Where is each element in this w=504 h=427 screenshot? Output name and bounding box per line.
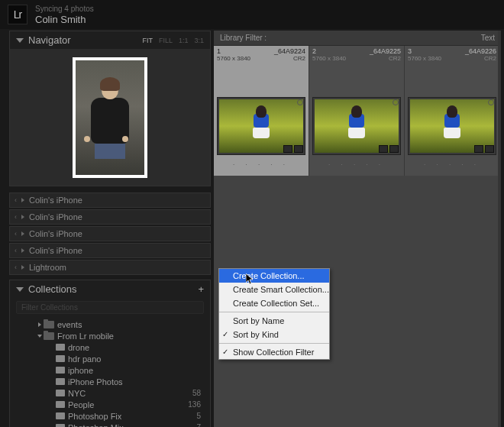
- navigator-zoom-options[interactable]: FIT FILL 1:1 3:1: [142, 37, 204, 44]
- folder-source[interactable]: ‹Colin's iPhone: [9, 243, 211, 258]
- collections-filter-row: [10, 298, 210, 317]
- collections-panel: Collections + eventsFrom Lr mobiledroneh…: [9, 280, 211, 427]
- rating-dots[interactable]: · · · · ·: [309, 158, 404, 171]
- folder-label: Colin's iPhone: [29, 212, 82, 222]
- sync-status: Syncing 4 photos: [35, 5, 94, 14]
- collections-header[interactable]: Collections +: [10, 280, 210, 298]
- tree-item-label: From Lr mobile: [57, 332, 201, 341]
- identity-plate[interactable]: Colin Smith: [35, 14, 94, 25]
- tree-item-count: 136: [188, 400, 204, 409]
- folder-source[interactable]: ‹Colin's iPhone: [9, 226, 211, 241]
- tree-item-count: 58: [192, 389, 204, 397]
- grid-cell[interactable]: 2_64A92255760 x 3840CR2· · · · ·: [309, 46, 405, 176]
- thumbnail[interactable]: [312, 97, 401, 155]
- folder-source[interactable]: ‹Colin's iPhone: [9, 192, 211, 208]
- rating-dots[interactable]: · · · · ·: [214, 158, 309, 171]
- cell-dimensions: 5760 x 3840: [408, 55, 484, 62]
- badge-icon[interactable]: [294, 145, 303, 153]
- collections-filter-input[interactable]: [16, 301, 204, 314]
- chevron-right-icon: [21, 231, 24, 236]
- folder-label: Colin's iPhone: [29, 196, 82, 205]
- menu-sort-by-name[interactable]: Sort by Name: [219, 314, 329, 328]
- library-filter-bar[interactable]: Library Filter : Text: [214, 31, 501, 46]
- rating-dots[interactable]: · · · · ·: [405, 158, 499, 171]
- tree-item-count: 5: [196, 412, 204, 420]
- preview-frame: [73, 57, 147, 178]
- library-grid: Library Filter : Text 1_64A92245760 x 38…: [214, 31, 501, 427]
- badge-icon[interactable]: [485, 145, 494, 153]
- menu-separator: [219, 343, 329, 344]
- cell-format: CR2: [484, 55, 496, 62]
- chevron-right-icon: [21, 198, 24, 202]
- cell-dimensions: 5760 x 3840: [217, 55, 293, 62]
- zoom-1-1[interactable]: 1:1: [179, 37, 189, 44]
- folder-source[interactable]: ‹Colin's iPhone: [9, 209, 211, 225]
- folder-icon: [44, 321, 54, 328]
- tree-item[interactable]: iPhone Photos: [10, 376, 210, 387]
- tree-item-label: NYC: [68, 389, 192, 398]
- badge-icon[interactable]: [283, 145, 292, 153]
- sync-status-icon: [297, 99, 303, 105]
- grid-scrollbar[interactable]: [498, 31, 501, 427]
- menu-show-collection-filter[interactable]: Show Collection Filter: [219, 345, 329, 359]
- badge-icon[interactable]: [389, 145, 399, 153]
- tree-item-label: hdr pano: [68, 354, 201, 364]
- disclosure-icon: [16, 287, 24, 292]
- sync-status-icon: [488, 99, 494, 105]
- thumbnail[interactable]: [217, 97, 305, 155]
- filter-text-toggle[interactable]: Text: [481, 34, 495, 42]
- navigator-header[interactable]: Navigator FIT FILL 1:1 3:1: [10, 31, 210, 50]
- collection-icon: [56, 355, 65, 362]
- tree-item[interactable]: hdr pano: [10, 353, 210, 364]
- collections-tree: eventsFrom Lr mobiledronehdr panoiphonei…: [10, 317, 210, 427]
- badge-icon[interactable]: [379, 145, 388, 153]
- grid-cell[interactable]: 1_64A92245760 x 3840CR2· · · · ·: [214, 46, 309, 176]
- chevron-right-icon[interactable]: [36, 322, 44, 327]
- thumb-badges: [283, 145, 303, 153]
- tree-item[interactable]: iphone: [10, 364, 210, 376]
- thumbnail[interactable]: [408, 97, 496, 155]
- chevron-icon: ‹: [15, 213, 17, 221]
- chevron-icon: ‹: [15, 247, 17, 254]
- cell-filename: _64A9225: [316, 47, 401, 55]
- navigator-preview[interactable]: [10, 50, 210, 186]
- tree-item[interactable]: People136: [10, 399, 210, 410]
- menu-sort-by-kind[interactable]: Sort by Kind: [219, 328, 329, 341]
- preview-image: [76, 60, 144, 175]
- zoom-fill[interactable]: FILL: [159, 37, 173, 44]
- filter-label: Library Filter :: [220, 34, 267, 42]
- tree-item[interactable]: events: [10, 319, 210, 330]
- folder-label: Colin's iPhone: [29, 229, 82, 238]
- menu-separator: [219, 312, 329, 312]
- chevron-right-icon: [21, 248, 24, 253]
- menu-create-collection[interactable]: Create Collection...: [219, 269, 329, 283]
- badge-icon[interactable]: [474, 145, 483, 153]
- chevron-right-icon: [21, 265, 24, 270]
- grid-cell[interactable]: 3_64A92265760 x 3840CR2· · · · ·: [405, 46, 500, 176]
- disclosure-icon: [16, 38, 24, 43]
- folder-label: Colin's iPhone: [29, 246, 82, 255]
- thumbnail-strip: 1_64A92245760 x 3840CR2· · · · ·2_64A922…: [214, 46, 501, 176]
- chevron-down-icon[interactable]: [36, 335, 44, 338]
- tree-item[interactable]: From Lr mobile: [10, 330, 210, 341]
- navigator-panel: Navigator FIT FILL 1:1 3:1: [9, 31, 211, 186]
- cell-filename: _64A9226: [412, 47, 496, 55]
- tree-item[interactable]: NYC58: [10, 387, 210, 399]
- menu-create-smart-collection[interactable]: Create Smart Collection...: [219, 283, 329, 296]
- tree-item[interactable]: Photoshop Fix5: [10, 410, 210, 422]
- zoom-fit[interactable]: FIT: [142, 37, 153, 44]
- menu-create-collection-set[interactable]: Create Collection Set...: [219, 296, 329, 310]
- tree-item-label: People: [68, 400, 188, 409]
- tree-item-label: Photoshop Fix: [68, 412, 196, 421]
- add-collection-button[interactable]: +: [198, 283, 204, 295]
- tree-item[interactable]: Photoshop Mix7: [10, 422, 210, 427]
- chevron-icon: ‹: [15, 196, 17, 204]
- cell-filename: _64A9224: [221, 47, 305, 55]
- folder-source[interactable]: ‹Lightroom: [9, 260, 211, 275]
- zoom-ratio[interactable]: 3:1: [194, 37, 204, 44]
- collection-icon: [56, 344, 65, 351]
- tree-item-label: drone: [68, 343, 201, 352]
- tree-item[interactable]: drone: [10, 341, 210, 353]
- app-header: Lr Syncing 4 photos Colin Smith: [0, 0, 504, 29]
- app-logo: Lr: [8, 5, 27, 24]
